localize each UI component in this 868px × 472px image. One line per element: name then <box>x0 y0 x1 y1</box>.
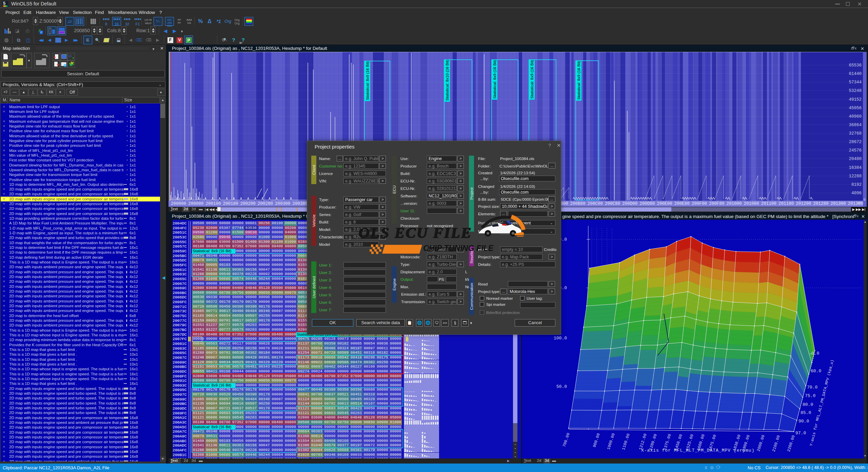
svg-text:200080: 200080 <box>188 201 203 206</box>
svg-text:57344: 57344 <box>849 80 862 85</box>
svg-text:201000: 201000 <box>726 201 742 206</box>
svg-text:200E00: 200E00 <box>657 201 672 206</box>
svg-text:40960: 40960 <box>849 114 862 119</box>
svg-text:16384: 16384 <box>849 165 862 170</box>
svg-text:200C80: 200C80 <box>605 201 620 206</box>
svg-text:200100: 200100 <box>205 201 221 206</box>
svg-text:201380: 201380 <box>848 201 863 206</box>
svg-text:0: 0 <box>863 198 866 202</box>
svg-text:45056: 45056 <box>849 106 862 111</box>
svg-text:65536: 65536 <box>849 63 862 68</box>
svg-text:8192: 8192 <box>851 182 862 187</box>
svg-text:200180: 200180 <box>223 201 238 206</box>
svg-text:Statistical: 8x10 (16 Bit): Statistical: 8x10 (16 Bit) <box>445 60 449 101</box>
svg-text:61440: 61440 <box>849 72 862 76</box>
svg-text:201080: 201080 <box>744 201 759 206</box>
svg-text:200300: 200300 <box>275 201 290 206</box>
svg-text:200200: 200200 <box>240 201 256 206</box>
svg-text:201200: 201200 <box>796 201 811 206</box>
svg-text:12288: 12288 <box>849 174 862 179</box>
svg-text:70.0: 70.0 <box>807 385 817 390</box>
svg-text:Statistical: 8x9 (16 Bit): Statistical: 8x9 (16 Bit) <box>530 60 534 99</box>
svg-text:4096: 4096 <box>851 191 862 196</box>
svg-text:200D00: 200D00 <box>622 201 637 206</box>
svg-text:201280: 201280 <box>813 201 828 206</box>
svg-text:200C00: 200C00 <box>588 201 603 206</box>
svg-text:201180: 201180 <box>778 201 794 206</box>
svg-text:200F80: 200F80 <box>709 201 724 206</box>
svg-text:→0.0: →0.0 <box>809 351 819 356</box>
svg-text:200D80: 200D80 <box>639 201 655 206</box>
svg-text:80.0: 80.0 <box>803 402 813 407</box>
svg-text:Statistical: 8x9 (16 Bit): Statistical: 8x9 (16 Bit) <box>493 60 497 99</box>
svg-text:36864: 36864 <box>849 123 862 127</box>
svg-text:200280: 200280 <box>258 201 273 206</box>
svg-text:201100: 201100 <box>761 201 776 206</box>
svg-text:28672: 28672 <box>849 140 862 144</box>
svg-text:X-axis for MFL_ALT_PM_DATA_MPV: X-axis for MFL_ALT_PM_DATA_MPV (erpmu) <box>641 448 754 453</box>
svg-text:53248: 53248 <box>849 88 862 93</box>
svg-text:24576: 24576 <box>849 148 862 153</box>
svg-text:49152: 49152 <box>849 97 862 102</box>
svg-text:200F00: 200F00 <box>692 201 707 206</box>
svg-text:60.0: 60.0 <box>811 369 821 374</box>
svg-text:85.0: 85.0 <box>801 410 811 415</box>
svg-text:90.0: 90.0 <box>798 419 809 424</box>
svg-text:75.0: 75.0 <box>805 393 815 398</box>
svg-text:200000: 200000 <box>171 201 186 206</box>
svg-text:Statistical: 8x9 (16 Bit): Statistical: 8x9 (16 Bit) <box>366 61 370 100</box>
svg-text:20480: 20480 <box>849 157 862 161</box>
svg-text:200380: 200380 <box>292 201 308 206</box>
svg-text:200E80: 200E80 <box>674 201 690 206</box>
svg-text:200B80: 200B80 <box>570 201 586 206</box>
svg-text:32768: 32768 <box>849 131 862 136</box>
svg-text:201300: 201300 <box>831 201 846 206</box>
svg-text:100.0: 100.0 <box>554 336 567 341</box>
svg-text:Statistical: 8x9 (16 Bit): Statistical: 8x9 (16 Bit) <box>577 61 581 100</box>
svg-text:97.0: 97.0 <box>795 431 806 436</box>
svg-text:50.0: 50.0 <box>556 384 567 389</box>
